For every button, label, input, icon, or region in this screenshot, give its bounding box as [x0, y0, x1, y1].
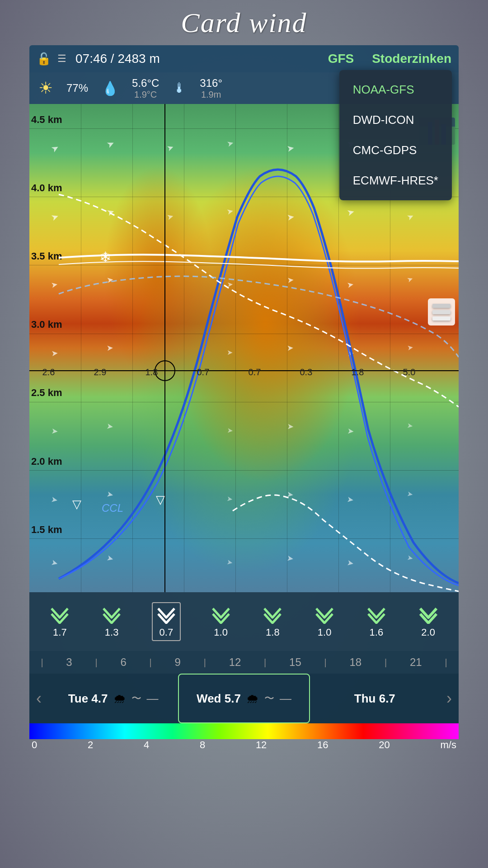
- wind-chevron-6: [313, 605, 336, 624]
- humidity-value: 77%: [66, 82, 88, 94]
- location-label[interactable]: Stoderzinken: [372, 52, 451, 66]
- hval-6: 0.3: [300, 367, 313, 377]
- time-tick-6: |: [324, 657, 327, 668]
- layers-button[interactable]: [428, 298, 455, 326]
- wind-chevron-7: [365, 605, 388, 624]
- wind-item-8: 2.0: [417, 605, 440, 638]
- color-scale-labels: 0 2 4 8 12 16 20 m/s: [29, 739, 459, 748]
- day-nav: ‹ Tue 4.7 🌧 〜 — Wed 5.7 🌧 〜 — Thu 6.7 ›: [29, 674, 459, 723]
- scale-0: 0: [32, 739, 37, 748]
- header-time: 07:46 / 2483 m: [75, 52, 328, 66]
- next-day-button[interactable]: ›: [440, 689, 459, 708]
- wind-chevron-2: [100, 605, 123, 624]
- menu-icon[interactable]: ☰: [57, 53, 66, 65]
- wind-item-3: 0.7: [152, 602, 181, 641]
- time-label-3: 3: [66, 656, 72, 669]
- wind-chevron-8: [417, 605, 440, 624]
- day-tue-dash: —: [147, 692, 159, 706]
- cloud-line-lower: [59, 261, 459, 268]
- day-tue[interactable]: Tue 4.7 🌧 〜 —: [48, 674, 178, 723]
- scale-20: 20: [379, 739, 389, 748]
- time-label-15: 15: [289, 656, 301, 669]
- day-wed-wind-icon: 〜: [264, 692, 274, 705]
- hval-4: 0.7: [197, 367, 210, 377]
- scale-2: 2: [88, 739, 93, 748]
- wind-item: 316° 1.9m: [200, 77, 222, 100]
- hval-2: 2.9: [94, 367, 107, 377]
- day-thu-label: Thu 6.7: [354, 692, 395, 706]
- title-bar: Card wind: [0, 0, 488, 45]
- prev-day-button[interactable]: ‹: [29, 689, 48, 708]
- wind-val-3: 0.7: [160, 627, 174, 638]
- dashed-line-mid: [59, 276, 459, 357]
- day-thu[interactable]: Thu 6.7: [310, 674, 440, 723]
- wind-item-2: 1.3: [100, 605, 123, 638]
- humidity-icon: 💧: [102, 80, 118, 96]
- time-label-6: 6: [120, 656, 126, 669]
- layer-icon-bot: [432, 316, 450, 321]
- scale-12: 12: [256, 739, 267, 748]
- thermo-icon: 🌡: [173, 80, 186, 96]
- hval-8: 5.0: [403, 367, 416, 377]
- dropdown-cmc-gdps[interactable]: CMC-GDPS: [339, 135, 452, 165]
- layer-icon-mid: [432, 310, 450, 314]
- wind-chevron-5: [261, 605, 284, 624]
- hval-5: 0.7: [249, 367, 261, 377]
- time-label-18: 18: [350, 656, 362, 669]
- glider-icon-2: ▽: [156, 493, 165, 507]
- day-tue-rain-icon: 🌧: [113, 691, 126, 706]
- layer-icon-top: [432, 304, 450, 308]
- model-selector[interactable]: GFS: [328, 52, 354, 66]
- wind-chevron-3: [155, 605, 178, 624]
- wind-item-6: 1.0: [313, 605, 336, 638]
- sun-icon: ☀: [38, 79, 53, 98]
- time-label-9: 9: [175, 656, 181, 669]
- wind-speed-bar: 1.7 1.3 0.7 1.0: [29, 592, 459, 651]
- time-tick-2: |: [95, 657, 97, 668]
- wind-item-7: 1.6: [365, 605, 388, 638]
- day-wed[interactable]: Wed 5.7 🌧 〜 —: [178, 674, 310, 723]
- wind-val-5: 1.8: [266, 627, 280, 638]
- hval-7: 1.8: [352, 367, 364, 377]
- time-tick-4: |: [204, 657, 206, 668]
- wind-item-1: 1.7: [48, 605, 71, 638]
- wind-val-2: 1.3: [105, 627, 119, 638]
- wind-item-4: 1.0: [209, 605, 233, 638]
- ccl-label: CCL: [102, 502, 123, 514]
- temp-value: 5.6°C: [132, 77, 159, 90]
- color-scale-gradient: [29, 723, 459, 739]
- time-label-12: 12: [229, 656, 241, 669]
- lock-icon[interactable]: 🔓: [37, 52, 51, 66]
- scale-unit: m/s: [440, 739, 456, 748]
- humidity-item: 77%: [66, 82, 88, 94]
- day-wed-label: Wed 5.7: [197, 692, 241, 706]
- wind-item-5: 1.8: [261, 605, 284, 638]
- time-axis: | 3 | 6 | 9 | 12 | 15 | 18 | 21 |: [29, 651, 459, 674]
- model-dropdown[interactable]: NOAA-GFS DWD-ICON CMC-GDPS ECMWF-HRES*: [339, 70, 452, 200]
- dropdown-ecmwf-hres[interactable]: ECMWF-HRES*: [339, 165, 452, 196]
- cloud-line-upper: [59, 255, 459, 261]
- time-tick-3: |: [150, 657, 152, 668]
- wind-val-1: 1.7: [53, 627, 67, 638]
- wind-val-4: 1.0: [214, 627, 228, 638]
- header-bar: 🔓 ☰ 07:46 / 2483 m GFS Stoderzinken: [29, 45, 459, 72]
- day-wed-dash: —: [280, 692, 291, 706]
- time-tick-start: |: [41, 657, 43, 668]
- wind-chevron-4: [209, 605, 233, 624]
- scale-8: 8: [200, 739, 205, 748]
- scale-16: 16: [317, 739, 328, 748]
- glider-icon-1: ▽: [72, 497, 81, 511]
- dew-point: 1.9°C: [134, 90, 157, 100]
- wind-chevron-1: [48, 605, 71, 624]
- day-tue-label: Tue 4.7: [68, 692, 108, 706]
- scale-4: 4: [144, 739, 149, 748]
- time-label-21: 21: [410, 656, 422, 669]
- time-tick-7: |: [385, 657, 387, 668]
- dropdown-dwd-icon[interactable]: DWD-ICON: [339, 105, 452, 135]
- dropdown-noaa-gfs[interactable]: NOAA-GFS: [339, 75, 452, 105]
- wind-val-7: 1.6: [370, 627, 384, 638]
- color-scale: 0 2 4 8 12 16 20 m/s: [29, 723, 459, 748]
- temp-item: 5.6°C 1.9°C: [132, 77, 159, 100]
- wind-val-8: 2.0: [421, 627, 435, 638]
- time-tick-end: |: [445, 657, 447, 668]
